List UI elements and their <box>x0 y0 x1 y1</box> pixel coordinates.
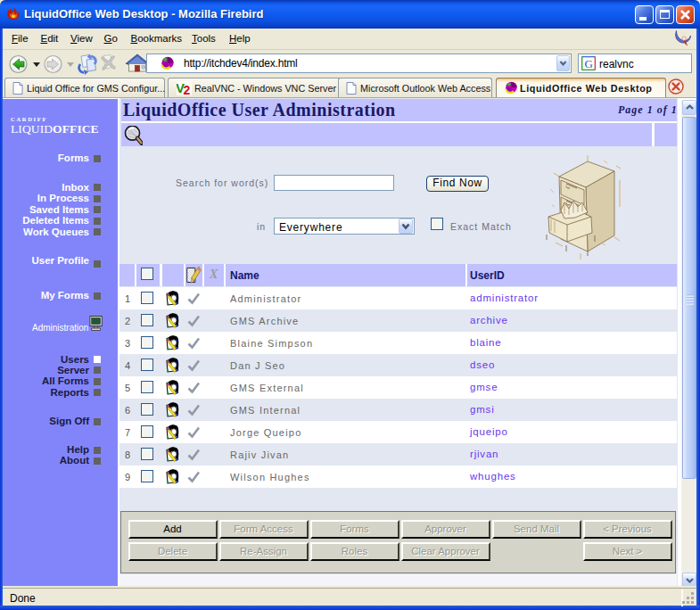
svg-text:G: G <box>585 57 593 70</box>
svg-text:2: 2 <box>184 83 191 96</box>
